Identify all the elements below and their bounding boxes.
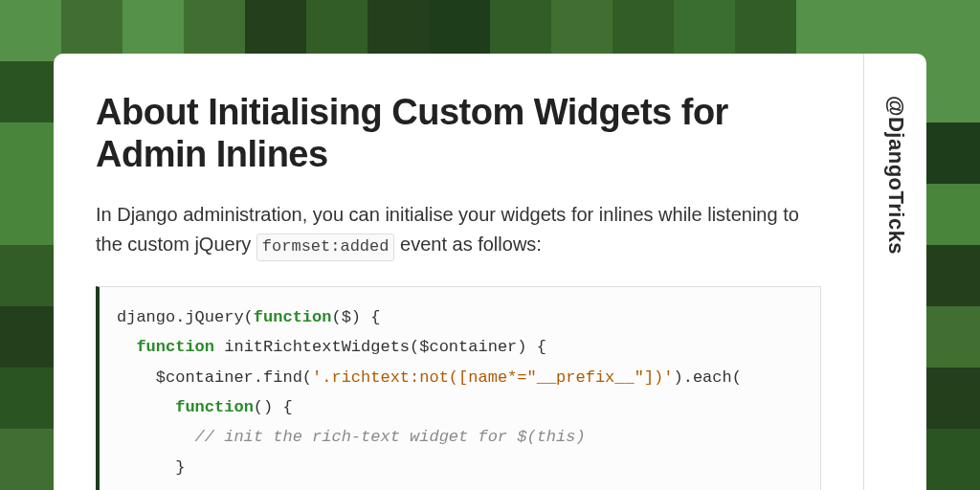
article-content: About Initialising Custom Widgets for Ad…	[54, 54, 863, 490]
intro-text-after: event as follows:	[394, 234, 541, 255]
author-handle[interactable]: @DjangoTricks	[883, 96, 908, 255]
sidebar: @DjangoTricks	[863, 54, 926, 490]
code-block: django.jQuery(function($) { function ini…	[96, 286, 821, 490]
inline-code: formset:added	[256, 234, 395, 260]
article-intro: In Django administration, you can initia…	[96, 200, 821, 260]
article-card: About Initialising Custom Widgets for Ad…	[54, 54, 926, 490]
article-title: About Initialising Custom Widgets for Ad…	[96, 92, 821, 175]
